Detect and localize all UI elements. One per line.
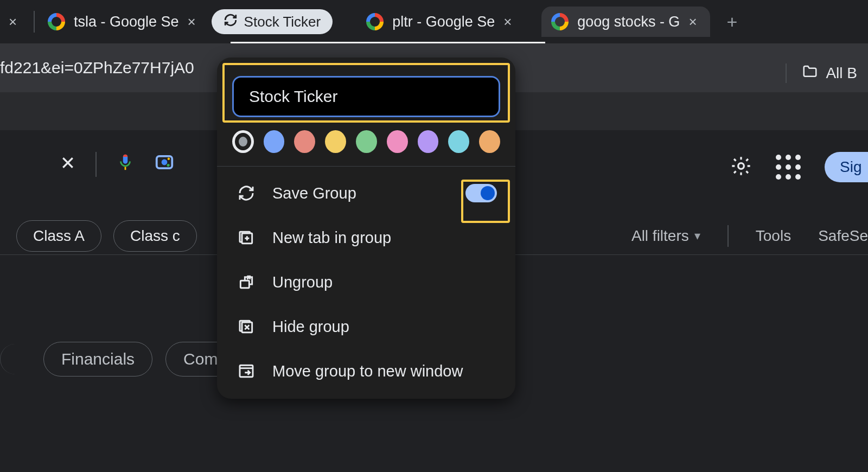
hide-icon [235, 318, 257, 335]
tab-tsla[interactable]: tsla - Google Se × [38, 7, 209, 37]
close-icon[interactable]: × [188, 16, 200, 28]
close-icon[interactable]: × [688, 16, 700, 28]
all-filters-dropdown[interactable]: All filters ▾ [631, 227, 700, 245]
color-swatch-pink[interactable] [387, 130, 408, 153]
bookmarks-all-label: All B [826, 65, 857, 82]
safesearch-label[interactable]: SafeSe [818, 227, 868, 245]
color-swatch-green[interactable] [356, 130, 377, 153]
mic-icon[interactable] [116, 153, 135, 176]
tab-group-label: Stock Ticker [244, 14, 321, 30]
sign-in-label: Sig [840, 158, 861, 176]
sign-in-button[interactable]: Sig [825, 152, 868, 182]
tab-title: goog stocks - G [577, 14, 680, 30]
move-window-icon [235, 362, 257, 380]
tab-close-prev[interactable]: × [0, 7, 30, 37]
menu-label: New tab in group [272, 229, 391, 247]
svg-rect-7 [240, 280, 249, 288]
color-swatch-purple[interactable] [418, 130, 439, 153]
financials-chip[interactable]: Financials [43, 342, 152, 377]
menu-label: Save Group [272, 184, 356, 202]
google-favicon-icon [366, 13, 384, 30]
color-swatch-red[interactable] [294, 130, 315, 153]
url-text: fd221&ei=0ZPhZe77H7jA0 [0, 59, 194, 77]
group-color-row [217, 127, 515, 164]
save-group-toggle[interactable] [465, 184, 497, 202]
svg-rect-9 [240, 365, 253, 377]
annotation-highlight [222, 63, 510, 123]
google-favicon-icon [48, 13, 65, 30]
menu-label: Hide group [272, 318, 349, 336]
ungroup-icon [235, 273, 257, 291]
color-swatch-grey[interactable] [232, 130, 254, 153]
tab-pltr[interactable]: pltr - Google Se × [356, 7, 525, 37]
chevron-down-icon: ▾ [694, 229, 700, 243]
color-swatch-orange[interactable] [479, 130, 500, 153]
svg-point-3 [168, 157, 170, 160]
svg-point-2 [162, 160, 168, 165]
bookmarks-all[interactable]: All B [770, 54, 868, 92]
tab-group-menu: Stock Ticker Save Group New tab in group… [217, 58, 515, 399]
tools-button[interactable]: Tools [756, 227, 791, 245]
tab-group-pill[interactable]: Stock Ticker [212, 9, 333, 34]
tab-title: tsla - Google Se [74, 14, 179, 30]
all-filters-label: All filters [631, 227, 689, 245]
filter-chip-class-a[interactable]: Class A [16, 220, 101, 252]
color-swatch-yellow[interactable] [325, 130, 346, 153]
clear-icon[interactable] [60, 154, 76, 175]
menu-label: Move group to new window [272, 362, 463, 380]
sync-icon [235, 184, 257, 202]
menu-move-group[interactable]: Move group to new window [217, 349, 515, 393]
tab-title: pltr - Google Se [392, 14, 495, 30]
svg-point-5 [738, 163, 744, 169]
overview-round-chip[interactable] [0, 344, 30, 374]
apps-icon[interactable] [776, 155, 801, 180]
gear-icon[interactable] [730, 155, 752, 179]
svg-point-4 [167, 164, 170, 167]
close-icon[interactable]: × [9, 16, 21, 28]
sync-icon [224, 13, 238, 30]
tab-strip: × tsla - Google Se × Stock Ticker pltr -… [0, 0, 868, 43]
new-tab-button[interactable]: + [721, 11, 743, 33]
filter-chip-class-c[interactable]: Class c [113, 220, 197, 252]
menu-hide-group[interactable]: Hide group [217, 304, 515, 349]
lens-icon[interactable] [154, 152, 175, 177]
folder-icon [802, 63, 818, 84]
google-favicon-icon [551, 13, 569, 30]
close-icon[interactable]: × [503, 16, 515, 28]
svg-rect-0 [125, 167, 126, 170]
menu-ungroup[interactable]: Ungroup [217, 260, 515, 304]
color-swatch-blue[interactable] [264, 130, 285, 153]
tab-goog-active[interactable]: goog stocks - G × [541, 7, 710, 37]
menu-label: Ungroup [272, 273, 333, 291]
color-swatch-cyan[interactable] [448, 130, 469, 153]
new-tab-icon [235, 229, 257, 246]
